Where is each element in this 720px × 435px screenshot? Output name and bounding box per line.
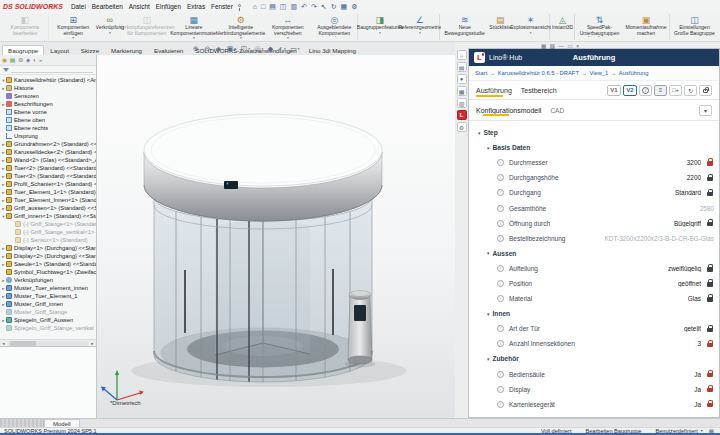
parameter-value[interactable]: KDT-3200x2200x2/3-B-D-CR-BG-Glas (605, 235, 714, 242)
lock-icon[interactable] (705, 401, 714, 408)
lino-tab[interactable]: Testbereich (521, 83, 557, 98)
tree-item[interactable]: Ebene vorne (1, 108, 96, 116)
tree-item[interactable]: (-) Griff_Stange_vertikal<1> (Standard (1, 228, 96, 236)
parameter-row[interactable]: Bestellbezeichnung KDT-3200x2200x2/3-B-D… (474, 231, 714, 246)
large-assembly-settings-button[interactable]: ◫ Einstellungen Große Baugruppe (671, 14, 718, 40)
config-dropdown-button[interactable]: ▾ (699, 105, 712, 116)
assembly-features-button[interactable]: ◨ Baugruppenfeatures ▾ (359, 14, 400, 40)
tree-item[interactable]: ▸ Tuer<3> (Standard) <<Standard>_A (1, 172, 96, 180)
new-configuration-icon[interactable]: □+ (669, 85, 682, 96)
parameter-row[interactable]: Aussen (474, 246, 714, 261)
tree-item[interactable]: Ursprung (1, 132, 96, 140)
parameter-value[interactable]: 3 (697, 340, 701, 347)
move-component-button[interactable]: ↔ Komponenten verschieben ▾ (264, 14, 311, 40)
scroll-right-icon[interactable]: ▸ (89, 341, 96, 346)
appearance-icon[interactable]: ◆ (268, 44, 274, 54)
undo-icon[interactable]: ↶ (301, 1, 307, 13)
parameter-value[interactable]: Standard (675, 189, 701, 196)
commandmanager-tab[interactable]: Layout (44, 45, 75, 56)
menu-item[interactable]: Datei (68, 3, 89, 10)
version-button[interactable]: V2 (623, 85, 637, 96)
lock-icon[interactable] (705, 175, 714, 182)
tree-item[interactable]: ▸ Wand<2> (Glas) <<Standard>_Anzeige (1, 156, 96, 164)
menu-item[interactable]: Extras (184, 3, 208, 10)
parameter-row[interactable]: Anzahl Innensektionen 3 (474, 336, 714, 351)
view-palette-icon[interactable]: ▦ (457, 86, 467, 96)
more-tabs-icon[interactable]: » (39, 55, 42, 65)
parameter-value[interactable]: geöffnet (678, 280, 701, 287)
parameter-row[interactable]: Material Glas (474, 291, 714, 306)
breadcrumb-link[interactable]: Karusselldrehtür 0.6.5 - DRAFT (498, 70, 590, 76)
take-snapshot-button[interactable]: ▣ Momentaufnahme machen (623, 14, 670, 40)
view-settings-icon[interactable]: ▭▾ (290, 44, 299, 54)
tree-item[interactable]: ▸ Griff_aussen<1> (Standard) <<Standard (1, 204, 96, 212)
configurationmanager-icon[interactable]: ⚙ (18, 55, 23, 65)
parameter-value[interactable]: 3200 (687, 159, 701, 166)
rebuild-icon[interactable]: ↻ (331, 1, 337, 13)
tree-item[interactable]: ▸ Beschriftungen (1, 100, 96, 108)
commandmanager-tab[interactable]: Baugruppe (2, 45, 44, 56)
tree-item[interactable]: ▸ Tuer<2> (Standard) <<Standard>_A (1, 164, 96, 172)
parameter-value[interactable]: zweiflügelig (668, 265, 701, 272)
show-hidden-components-button[interactable]: ◎ Ausgeblendete Komponenten anzeigen (311, 14, 358, 40)
parameter-row[interactable]: Durchgangshöhe 2200 (474, 170, 714, 185)
file-explorer-icon[interactable]: ▤ (457, 62, 467, 72)
exploded-view-button[interactable]: ✶ Explosionsansicht ▾ (512, 14, 550, 40)
dimxpert-icon[interactable]: ◈ (26, 55, 31, 65)
tree-item[interactable]: ▸ Verknüpfungen (1, 276, 96, 284)
parameter-row[interactable]: Art der Tür geteilt (474, 321, 714, 336)
tree-item[interactable]: ▸ Karusselldecke<2> (Standard) <<Standar… (1, 148, 96, 156)
tree-item[interactable]: ▸ Muster_Griff_innen (1, 300, 96, 308)
tree-item[interactable]: ▸ Tuer_Element_Innen<1> (Standard) <<S (1, 196, 96, 204)
lino-tab[interactable]: Ausführung (476, 83, 512, 98)
tree-item[interactable]: ▸ Muster_Tuer_Element_1 (1, 292, 96, 300)
home-icon[interactable]: ⌂ (253, 1, 257, 13)
print-icon[interactable]: ▥ (290, 1, 297, 13)
tree-filter[interactable] (0, 66, 96, 75)
parameter-row[interactable]: Durchmesser 3200 (474, 155, 714, 170)
lock-icon[interactable] (705, 386, 714, 393)
tree-item[interactable]: Ebene oben (1, 116, 96, 124)
tree-item[interactable]: ▸ Profil_Schanier<1> (Standard) <<Stand (1, 180, 96, 188)
featuremanager-tree-icon[interactable]: ◉ (2, 55, 7, 65)
filter-input[interactable] (11, 68, 93, 73)
lock-icon[interactable] (705, 265, 714, 272)
scrollbar-thumb[interactable] (10, 341, 36, 346)
lock-icon[interactable] (705, 280, 714, 287)
commandmanager-tab[interactable]: Evaluieren (148, 45, 189, 56)
open-document-icon[interactable]: ▤ (269, 1, 276, 13)
save-icon[interactable]: ◫ (280, 1, 287, 13)
edit-component-button[interactable]: ◧ Komponente bearbeiten (2, 14, 49, 40)
redo-icon[interactable]: ↷ (311, 1, 317, 13)
parameter-row[interactable]: Durchgang Standard (474, 185, 714, 200)
graphics-viewport[interactable] (97, 42, 455, 418)
tree-item[interactable]: ▾ Griff_innen<1> (Standard) <<Standard (1, 212, 96, 220)
pin-menu-icon[interactable] (238, 4, 241, 7)
tree-item[interactable]: ▾ Karusselldrehtür (Standard) <Anzeigezu… (1, 76, 96, 84)
tree-horizontal-scrollbar[interactable]: ◂ ▸ (0, 339, 96, 346)
tree-item[interactable]: ▸ Spiegeln_Griff_Aussen (1, 316, 96, 324)
parameter-value[interactable]: Ja (694, 401, 701, 408)
menu-item[interactable]: Einfügen (153, 3, 184, 10)
tree-item[interactable]: ▸ Saeule<1> (Standard) <<Standard> (1, 260, 96, 268)
parameter-row[interactable]: Display Ja (474, 382, 714, 397)
parameter-value[interactable]: Ja (694, 386, 701, 393)
breadcrumb-link[interactable]: Ausführung (619, 70, 654, 76)
propertymanager-icon[interactable]: ▤ (10, 55, 16, 65)
lock-icon[interactable] (705, 220, 714, 227)
parameter-value[interactable]: 2200 (687, 174, 701, 181)
doc-cascade-icon[interactable]: ▦ (541, 43, 546, 49)
list-view-icon[interactable]: ≡ (654, 85, 667, 96)
new-motion-study-button[interactable]: ≋ Neue Bewegungsstudie (441, 14, 488, 40)
commandmanager-tab[interactable]: Skizze (75, 45, 105, 56)
new-document-icon[interactable]: □ (261, 1, 265, 13)
breadcrumb-link[interactable]: View_1 (589, 70, 618, 76)
parameter-value[interactable]: Glas (688, 295, 701, 302)
doc-restore-icon[interactable]: ▭ (567, 43, 572, 49)
parameter-row[interactable]: Zubehör (474, 351, 714, 366)
menu-item[interactable]: Fenster (208, 3, 236, 10)
tree-item[interactable]: ▸ Historie (1, 84, 96, 92)
doc-tile-icon[interactable]: ▧ (550, 43, 555, 49)
tree-item[interactable]: ▸ Display<2> (Durchgang) <<Standard (1, 252, 96, 260)
tree-item[interactable]: ▸ Display<1> (Durchgang) <<Standard (1, 244, 96, 252)
